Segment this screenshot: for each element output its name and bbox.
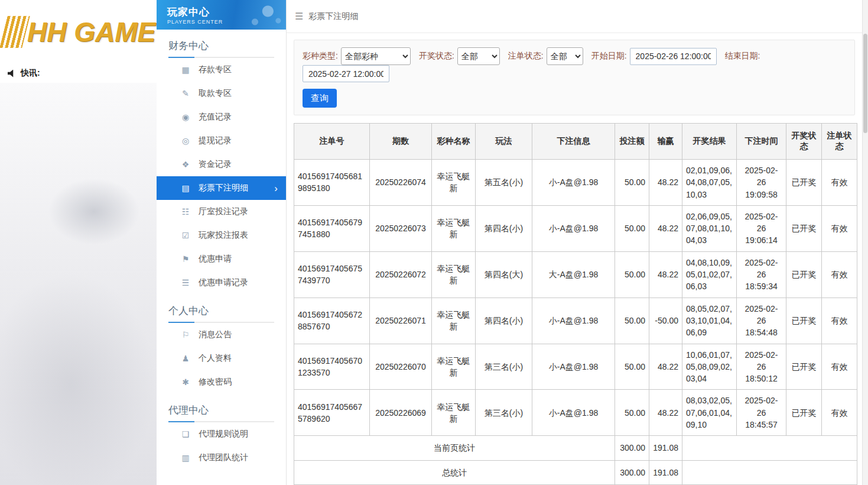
- sidebar-section-title: 财务中心: [157, 30, 286, 58]
- column-header: 下注时间: [737, 124, 786, 160]
- table-cell: 幸运飞艇新: [432, 160, 476, 206]
- sidebar-item-change-password[interactable]: ✱修改密码: [157, 370, 286, 394]
- table-cell: 50.00: [615, 390, 649, 436]
- table-cell: 50.00: [615, 298, 649, 344]
- chevron-right-icon: ›: [274, 183, 278, 193]
- lottery-type-select[interactable]: 全部彩种: [341, 47, 411, 65]
- table-row: 40156917405670123357020250226070幸运飞艇新第三名…: [294, 344, 857, 390]
- agent-team-icon: ▥: [180, 453, 191, 463]
- sidebar-item-player-bet-report[interactable]: ☑玩家投注报表: [157, 224, 286, 247]
- table-cell: 2025-02-26 19:09:58: [737, 160, 786, 206]
- order-status-label: 注单状态:: [508, 51, 544, 62]
- table-cell: 幸运飞艇新: [432, 344, 476, 390]
- table-cell: 2025-02-26 19:06:14: [737, 205, 786, 251]
- profile-icon: ♟: [180, 354, 191, 363]
- sidebar-section-title: 个人中心: [157, 295, 286, 323]
- summary-cell: [682, 460, 857, 484]
- promo-apply-record-icon: ☰: [180, 278, 191, 287]
- sidebar-item-label: 消息公告: [199, 329, 232, 340]
- search-button[interactable]: 查询: [303, 89, 337, 108]
- sidebar-item-agent-team-stats[interactable]: ▥代理团队统计: [157, 446, 286, 470]
- sidebar-sections: 财务中心▦存款专区✎取款专区◉充值记录◎提现记录❖资金记录▤彩票下注明细›☷厅室…: [157, 30, 286, 470]
- table-cell: 第三名(小): [476, 344, 532, 390]
- table-header-row: 注单号期数彩种名称玩法下注信息投注额输赢开奖结果下注时间开奖状态注单状态: [294, 124, 857, 160]
- table-cell: 2025-02-26 18:45:57: [737, 390, 786, 436]
- filter-actions: 查询: [303, 89, 846, 108]
- table-cell: 已开奖: [786, 205, 822, 251]
- sidebar-item-agent-rules[interactable]: ❏代理规则说明: [157, 422, 286, 446]
- table-cell: 2025-02-26 18:50:12: [737, 344, 786, 390]
- sidebar-section-title: 代理中心: [157, 394, 286, 422]
- table-cell: 小-A盘@1.98: [532, 205, 615, 251]
- sidebar-item-deposit[interactable]: ▦存款专区: [157, 58, 286, 82]
- sidebar-item-label: 资金记录: [199, 159, 232, 170]
- table-cell: 2025-02-26 18:59:34: [737, 251, 786, 298]
- window-scrollbar[interactable]: [862, 0, 868, 485]
- table-row: 40156917405672885767020250226071幸运飞艇新第四名…: [294, 298, 857, 344]
- table-cell: 第四名(小): [476, 205, 532, 251]
- content-area: 彩种类型: 全部彩种 开奖状态: 全部 注单状态: 全部 开始日期: 结束日期:: [287, 33, 862, 485]
- table-cell: 幸运飞艇新: [432, 205, 476, 251]
- table-cell: 小-A盘@1.98: [532, 390, 615, 436]
- table-cell: 小-A盘@1.98: [532, 298, 615, 344]
- sidebar-item-withdrawal-record[interactable]: ◎提现记录: [157, 129, 286, 153]
- sidebar-item-messages[interactable]: ⚐消息公告: [157, 323, 286, 347]
- end-date-input[interactable]: [303, 65, 389, 82]
- sidebar-item-label: 修改密码: [199, 377, 232, 387]
- summary-cell: 191.08: [649, 436, 682, 460]
- table-row: 40156917405675743977020250226072幸运飞艇新第四名…: [294, 251, 857, 298]
- lottery-type-label: 彩种类型:: [303, 51, 338, 62]
- page-title: 彩票下注明细: [308, 11, 358, 22]
- table-cell: 有效: [822, 251, 857, 298]
- table-cell: 20250226071: [370, 298, 432, 344]
- sidebar-item-label: 代理规则说明: [199, 429, 248, 439]
- start-date-input[interactable]: [630, 48, 717, 65]
- scrollbar-thumb[interactable]: [863, 34, 867, 133]
- table-cell: 已开奖: [786, 344, 822, 390]
- sidebar-item-label: 存款专区: [199, 64, 232, 75]
- column-header: 开奖结果: [682, 124, 737, 160]
- background-site: HH GAME 快讯:: [0, 0, 157, 485]
- sidebar-item-lottery-bet-detail[interactable]: ▤彩票下注明细›: [157, 176, 286, 200]
- summary-cell: [682, 436, 857, 460]
- order-status-select[interactable]: 全部: [547, 47, 583, 65]
- sidebar-item-label: 优惠申请记录: [199, 277, 248, 288]
- column-header: 彩种名称: [432, 124, 476, 160]
- table-cell: 已开奖: [786, 390, 822, 436]
- summary-cell: 当前页统计: [294, 436, 615, 460]
- summary-row: 总统计300.00191.08: [294, 460, 857, 484]
- hall-bet-record-icon: ☷: [180, 207, 191, 216]
- sidebar-item-funds-record[interactable]: ❖资金记录: [157, 153, 286, 176]
- column-header: 开奖状态: [786, 124, 822, 160]
- sidebar-item-profile[interactable]: ♟个人资料: [157, 347, 286, 370]
- column-header: 注单状态: [822, 124, 857, 160]
- table-cell: 20250226070: [370, 344, 432, 390]
- sidebar-item-recharge-record[interactable]: ◉充值记录: [157, 105, 286, 129]
- end-date-label: 结束日期:: [725, 51, 760, 62]
- bets-table: 注单号期数彩种名称玩法下注信息投注额输赢开奖结果下注时间开奖状态注单状态 401…: [294, 123, 857, 485]
- players-center-title: 玩家中心: [167, 5, 286, 19]
- table-cell: 已开奖: [786, 298, 822, 344]
- topbar: ☰ 彩票下注明细: [287, 0, 862, 33]
- table-cell: 幸运飞艇新: [432, 298, 476, 344]
- table-cell: -50.00: [649, 298, 682, 344]
- sidebar-item-withdraw[interactable]: ✎取款专区: [157, 82, 286, 105]
- table-cell: 第三名(小): [476, 390, 532, 436]
- summary-cell: 300.00: [615, 460, 649, 484]
- menu-icon[interactable]: ☰: [295, 11, 303, 22]
- table-cell: 48.22: [649, 251, 682, 298]
- table-cell: 第四名(小): [476, 298, 532, 344]
- table-cell: 48.22: [649, 344, 682, 390]
- funds-record-icon: ❖: [180, 160, 191, 169]
- sidebar-item-promo-apply-record[interactable]: ☰优惠申请记录: [157, 271, 286, 295]
- table-cell: 20250226069: [370, 390, 432, 436]
- draw-status-select[interactable]: 全部: [457, 47, 500, 65]
- sidebar-item-promo-apply[interactable]: ⚑优惠申请: [157, 247, 286, 271]
- table-cell: 50.00: [615, 205, 649, 251]
- sidebar-item-hall-bet-record[interactable]: ☷厅室投注记录: [157, 200, 286, 224]
- table-body: 40156917405681989518020250226074幸运飞艇新第五名…: [294, 160, 857, 485]
- table-cell: 20250226072: [370, 251, 432, 298]
- table-cell: 20250226073: [370, 205, 432, 251]
- table-cell: 10,06,01,07,05,08,09,02,03,04: [682, 344, 737, 390]
- sidebar-item-label: 取款专区: [199, 88, 232, 99]
